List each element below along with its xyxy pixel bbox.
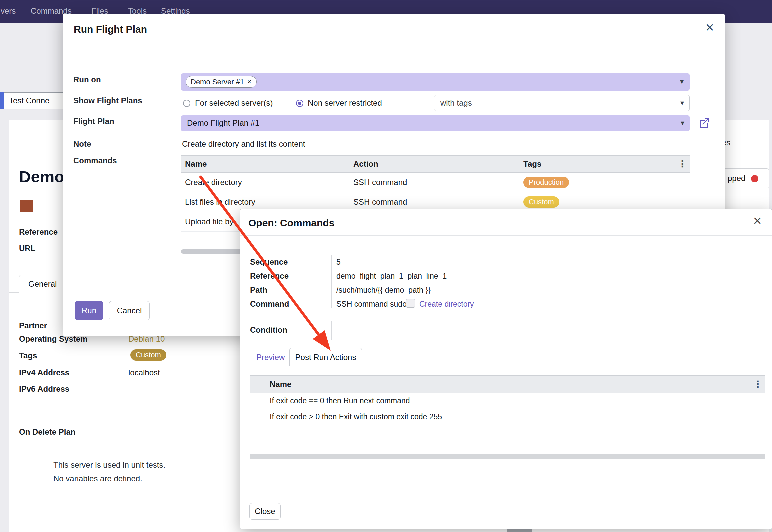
col-header-name[interactable]: Name — [270, 379, 750, 389]
status-red-dot-icon — [751, 175, 758, 182]
primary-button-sliver[interactable] — [0, 92, 4, 109]
close-icon[interactable]: × — [753, 213, 762, 228]
cell-action: SSH command — [353, 177, 523, 187]
radio-for-selected-servers[interactable] — [183, 100, 190, 107]
tag-production: Production — [523, 177, 569, 188]
label-note: Note — [73, 139, 91, 149]
label-tags: Tags — [19, 351, 37, 361]
radio-non-server-restricted[interactable] — [296, 100, 303, 107]
unit-test-note-line2: No variables are defined. — [53, 474, 142, 484]
open-commands-modal: Open: Commands × Sequence 5 Reference de… — [240, 209, 772, 529]
test-connection-button[interactable]: Test Conne — [4, 92, 66, 109]
kebab-menu-icon[interactable]: ⋮ — [675, 159, 690, 169]
col-header-tags[interactable]: Tags — [523, 159, 675, 169]
nav-item-servers[interactable]: vers — [1, 6, 16, 16]
test-connection-label: Test Conne — [9, 96, 49, 106]
tab-post-run-actions-label: Post Run Actions — [295, 352, 356, 362]
label-condition: Condition — [250, 325, 287, 335]
label-path: Path — [250, 285, 267, 295]
field-divider — [331, 321, 332, 340]
create-directory-link[interactable]: Create directory — [419, 299, 474, 309]
with-tags-placeholder: with tags — [440, 98, 472, 108]
label-flight-plan: Flight Plan — [73, 116, 114, 126]
with-tags-select[interactable]: with tags ▾ — [434, 95, 690, 111]
label-run-on: Run on — [73, 75, 101, 85]
label-sequence: Sequence — [250, 257, 288, 267]
chevron-down-icon[interactable]: ▾ — [681, 119, 684, 127]
run-on-multiselect[interactable]: Demo Server #1 ✕ ▾ — [181, 73, 690, 91]
chevron-down-icon[interactable]: ▾ — [680, 99, 684, 107]
commands-table-header: Name Action Tags ⋮ — [181, 155, 690, 173]
label-url: URL — [19, 243, 35, 253]
run-button[interactable]: Run — [75, 301, 103, 320]
field-divider — [120, 424, 120, 440]
label-command: Command — [250, 299, 289, 309]
radio-dot — [298, 102, 301, 105]
col-header-name[interactable]: Name — [181, 159, 353, 169]
value-sequence: 5 — [336, 257, 341, 267]
label-reference: Reference — [19, 227, 58, 237]
tag-custom: Custom — [523, 196, 559, 208]
server-heading: Demo — [19, 167, 64, 187]
table-row[interactable]: If exit code == 0 then Run next command — [250, 393, 765, 409]
chip-remove-icon[interactable]: ✕ — [247, 79, 251, 85]
flight-plan-select[interactable]: Demo Flight Plan #1 ▾ — [181, 115, 690, 131]
radio-for-selected-servers-label[interactable]: For selected server(s) — [195, 98, 273, 108]
cancel-button-label: Cancel — [117, 306, 142, 315]
value-command: SSH command sudo — [336, 299, 407, 309]
create-directory-checkbox[interactable] — [406, 299, 415, 308]
table-row[interactable]: If exit code > 0 then Exit with custom e… — [250, 409, 765, 425]
chevron-down-icon[interactable]: ▾ — [680, 78, 684, 85]
tab-post-run-actions[interactable]: Post Run Actions — [289, 348, 362, 366]
label-reference: Reference — [250, 271, 289, 281]
table-row[interactable]: Create directory SSH command Production — [181, 173, 690, 192]
screen: vers Commands Files Tools Settings Test … — [0, 0, 772, 532]
close-button-label: Close — [255, 507, 275, 516]
cell-name: List files in directory — [181, 197, 353, 207]
table-row-empty — [250, 425, 765, 441]
server-color-swatch[interactable] — [20, 200, 33, 212]
external-link-icon[interactable] — [698, 117, 710, 129]
value-ipv4: localhost — [128, 368, 160, 378]
modal-header-divider — [240, 235, 772, 236]
post-run-actions-table: Name ⋮ If exit code == 0 then Run next c… — [250, 375, 765, 441]
value-reference: demo_flight_plan_1_plan_line_1 — [336, 271, 447, 281]
run-button-label: Run — [82, 306, 96, 315]
kebab-menu-icon[interactable]: ⋮ — [750, 380, 765, 389]
cell-name: Create directory — [181, 177, 353, 187]
col-header-action[interactable]: Action — [353, 159, 523, 169]
tab-preview[interactable]: Preview — [256, 352, 285, 362]
actions-table-header: Name ⋮ — [250, 375, 765, 393]
label-ipv6: IPv6 Address — [19, 384, 69, 394]
server-chip[interactable]: Demo Server #1 ✕ — [186, 76, 257, 88]
value-path: /such/much/{{ demo_path }} — [336, 285, 431, 295]
run-flight-plan-title: Run Flight Plan — [74, 23, 147, 36]
cell-action: SSH command — [353, 197, 523, 207]
cell-action-name: If exit code == 0 then Run next command — [250, 396, 410, 406]
cancel-button[interactable]: Cancel — [109, 301, 150, 320]
field-divider — [331, 255, 332, 308]
radio-non-server-restricted-label[interactable]: Non server restricted — [308, 98, 382, 108]
label-partner: Partner — [19, 321, 47, 331]
open-commands-title: Open: Commands — [248, 217, 334, 229]
label-on-delete-plan: On Delete Plan — [19, 427, 75, 437]
status-badge-label: pped — [728, 173, 745, 183]
tag-custom-background[interactable]: Custom — [130, 349, 166, 361]
note-value: Create directory and list its content — [182, 139, 305, 149]
horizontal-scrollbar[interactable] — [250, 454, 765, 459]
label-ipv4: IPv4 Address — [19, 368, 69, 378]
close-button[interactable]: Close — [249, 503, 281, 520]
label-show-flight-plans: Show Flight Plans — [73, 96, 142, 106]
cell-action-name: If exit code > 0 then Exit with custom e… — [250, 412, 442, 422]
close-icon[interactable]: × — [705, 20, 714, 35]
server-chip-label: Demo Server #1 — [191, 78, 244, 86]
modal-header-divider — [63, 45, 725, 45]
tab-general-label: General — [28, 279, 57, 289]
flight-plan-value: Demo Flight Plan #1 — [187, 118, 259, 128]
unit-test-note-line1: This server is used in unit tests. — [53, 460, 165, 470]
label-commands: Commands — [73, 156, 117, 166]
